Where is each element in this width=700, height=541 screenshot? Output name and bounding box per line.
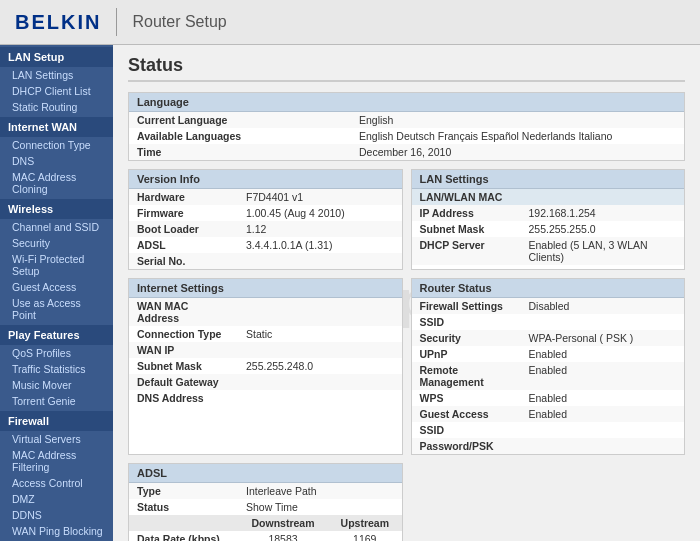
row-label: Data Rate (kbps) <box>129 531 238 541</box>
sidebar-item-wan-ping-blocking[interactable]: WAN Ping Blocking <box>0 523 113 539</box>
content-grid: Language Current LanguageEnglishAvailabl… <box>128 92 685 541</box>
row-value <box>238 298 402 326</box>
sidebar-item-wi-fi-protected-setup[interactable]: Wi-Fi Protected Setup <box>0 251 113 279</box>
sidebar-item-mac-address-filtering[interactable]: MAC Address Filtering <box>0 447 113 475</box>
table-row: StatusShow Time <box>129 499 402 515</box>
direction-label: Downstream <box>238 515 328 531</box>
table-row: SSID <box>412 314 685 330</box>
sidebar-item-use-as-access-point[interactable]: Use as Access Point <box>0 295 113 323</box>
row-label: Remote Management <box>412 362 521 390</box>
internet-box: Internet Settings WAN MAC AddressConnect… <box>128 278 403 455</box>
sidebar-item-access-control[interactable]: Access Control <box>0 475 113 491</box>
router-status-box: Router Status Firewall SettingsDisabledS… <box>411 278 686 455</box>
row-value <box>521 438 685 454</box>
sidebar-item-ddns[interactable]: DDNS <box>0 507 113 523</box>
sidebar-item-lan-settings[interactable]: LAN Settings <box>0 67 113 83</box>
sidebar-item-traffic-statistics[interactable]: Traffic Statistics <box>0 361 113 377</box>
table-row: Current LanguageEnglish <box>129 112 684 128</box>
row-label: Time <box>129 144 351 160</box>
row-value: WPA-Personal ( PSK ) <box>521 330 685 346</box>
logo: BELKIN <box>15 11 101 34</box>
adsl-box-header: ADSL <box>129 464 402 483</box>
header-divider <box>116 8 117 36</box>
sidebar-section-firewall: Firewall <box>0 411 113 431</box>
direction-label: Upstream <box>328 515 401 531</box>
row-value: 1.00.45 (Aug 4 2010) <box>238 205 402 221</box>
table-row: Available LanguagesEnglish Deutsch Franç… <box>129 128 684 144</box>
sidebar-item-connection-type[interactable]: Connection Type <box>0 137 113 153</box>
row-value: 255.255.255.0 <box>521 221 685 237</box>
table-row: WAN IP <box>129 342 402 358</box>
row-value <box>238 390 402 406</box>
row-label: WAN MAC Address <box>129 298 238 326</box>
router-status-header: Router Status <box>412 279 685 298</box>
row-value: Enabled <box>521 346 685 362</box>
sidebar-item-mac-address-cloning[interactable]: MAC Address Cloning <box>0 169 113 197</box>
row-label: SSID <box>412 314 521 330</box>
lan-table: IP Address192.168.1.254Subnet Mask255.25… <box>412 205 685 265</box>
row-label: Password/PSK <box>412 438 521 454</box>
sidebar-item-music-mover[interactable]: Music Mover <box>0 377 113 393</box>
sidebar-item-virtual-servers[interactable]: Virtual Servers <box>0 431 113 447</box>
row-value: Interleave Path <box>238 483 402 499</box>
table-row: Firmware1.00.45 (Aug 4 2010) <box>129 205 402 221</box>
row-label: Type <box>129 483 238 499</box>
table-row: Password/PSK <box>412 438 685 454</box>
table-row: SecurityWPA-Personal ( PSK ) <box>412 330 685 346</box>
sidebar-item-torrent-genie[interactable]: Torrent Genie <box>0 393 113 409</box>
version-box-header: Version Info <box>129 170 402 189</box>
sidebar-item-dhcp-client-list[interactable]: DHCP Client List <box>0 83 113 99</box>
table-row: DHCP ServerEnabled (5 LAN, 3 WLAN Client… <box>412 237 685 265</box>
row-value: English <box>351 112 684 128</box>
sidebar-item-guest-access[interactable]: Guest Access <box>0 279 113 295</box>
row-label: Firewall Settings <box>412 298 521 314</box>
row-label: Subnet Mask <box>129 358 238 374</box>
row-value: Enabled (5 LAN, 3 WLAN Clients) <box>521 237 685 265</box>
row-value: 192.168.1.254 <box>521 205 685 221</box>
sidebar-item-dmz[interactable]: DMZ <box>0 491 113 507</box>
table-row: Boot Loader1.12 <box>129 221 402 237</box>
sidebar-item-dns[interactable]: DNS <box>0 153 113 169</box>
main-content: saproute Status Language Current Languag… <box>113 45 700 541</box>
row-label: Serial No. <box>129 253 238 269</box>
row-label: Firmware <box>129 205 238 221</box>
row-label: DNS Address <box>129 390 238 406</box>
table-row: WPSEnabled <box>412 390 685 406</box>
row-value <box>238 253 402 269</box>
row-value <box>238 342 402 358</box>
header: BELKIN Router Setup <box>0 0 700 45</box>
table-row: HardwareF7D4401 v1 <box>129 189 402 205</box>
sidebar-section-wireless: Wireless <box>0 199 113 219</box>
table-row: Serial No. <box>129 253 402 269</box>
version-box: Version Info HardwareF7D4401 v1Firmware1… <box>128 169 403 270</box>
row-value: Static <box>238 326 402 342</box>
adsl-table: TypeInterleave PathStatusShow TimeDownst… <box>129 483 402 541</box>
row-value: 3.4.4.1.0.1A (1.31) <box>238 237 402 253</box>
row-value: English Deutsch Français Español Nederla… <box>351 128 684 144</box>
version-table: HardwareF7D4401 v1Firmware1.00.45 (Aug 4… <box>129 189 402 269</box>
row-label: WPS <box>412 390 521 406</box>
table-row: Subnet Mask255.255.248.0 <box>129 358 402 374</box>
lan-box: LAN Settings LAN/WLAN MAC IP Address192.… <box>411 169 686 270</box>
row-label: Hardware <box>129 189 238 205</box>
row-label: Status <box>129 499 238 515</box>
row-label: Subnet Mask <box>412 221 521 237</box>
adsl-direction-header: DownstreamUpstream <box>129 515 402 531</box>
sidebar-item-static-routing[interactable]: Static Routing <box>0 99 113 115</box>
row-label: UPnP <box>412 346 521 362</box>
table-row: TimeDecember 16, 2010 <box>129 144 684 160</box>
row-label: ADSL <box>129 237 238 253</box>
sidebar-item-channel-and-ssid[interactable]: Channel and SSID <box>0 219 113 235</box>
sidebar-item-qos-profiles[interactable]: QoS Profiles <box>0 345 113 361</box>
table-row: Subnet Mask255.255.255.0 <box>412 221 685 237</box>
layout: LAN SetupLAN SettingsDHCP Client ListSta… <box>0 45 700 541</box>
direction-label <box>129 515 238 531</box>
table-row: Data Rate (kbps)185831169 <box>129 531 402 541</box>
sidebar-item-security[interactable]: Security <box>0 235 113 251</box>
internet-box-header: Internet Settings <box>129 279 402 298</box>
row-value: December 16, 2010 <box>351 144 684 160</box>
table-row: TypeInterleave Path <box>129 483 402 499</box>
internet-table: WAN MAC AddressConnection TypeStaticWAN … <box>129 298 402 406</box>
row-value: 1169 <box>328 531 401 541</box>
table-row: DNS Address <box>129 390 402 406</box>
